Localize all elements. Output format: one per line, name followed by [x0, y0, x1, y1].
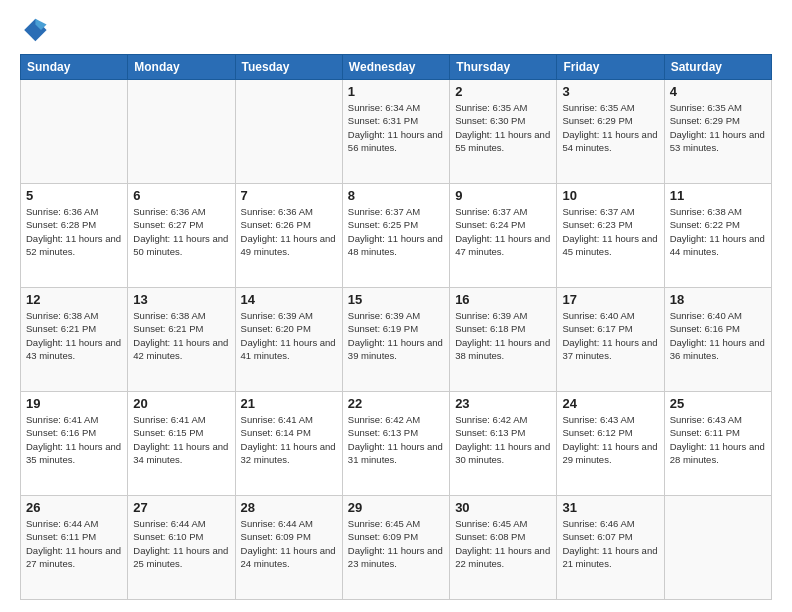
day-cell: 27Sunrise: 6:44 AM Sunset: 6:10 PM Dayli…: [128, 496, 235, 600]
week-row-2: 12Sunrise: 6:38 AM Sunset: 6:21 PM Dayli…: [21, 288, 772, 392]
day-cell: 5Sunrise: 6:36 AM Sunset: 6:28 PM Daylig…: [21, 184, 128, 288]
day-number: 1: [348, 84, 444, 99]
calendar-header: SundayMondayTuesdayWednesdayThursdayFrid…: [21, 55, 772, 80]
day-cell: 24Sunrise: 6:43 AM Sunset: 6:12 PM Dayli…: [557, 392, 664, 496]
day-info: Sunrise: 6:38 AM Sunset: 6:22 PM Dayligh…: [670, 205, 766, 258]
day-info: Sunrise: 6:41 AM Sunset: 6:16 PM Dayligh…: [26, 413, 122, 466]
day-cell: 12Sunrise: 6:38 AM Sunset: 6:21 PM Dayli…: [21, 288, 128, 392]
day-number: 14: [241, 292, 337, 307]
day-number: 15: [348, 292, 444, 307]
day-cell: 17Sunrise: 6:40 AM Sunset: 6:17 PM Dayli…: [557, 288, 664, 392]
day-number: 10: [562, 188, 658, 203]
header-cell-wednesday: Wednesday: [342, 55, 449, 80]
day-number: 16: [455, 292, 551, 307]
day-number: 28: [241, 500, 337, 515]
day-info: Sunrise: 6:45 AM Sunset: 6:09 PM Dayligh…: [348, 517, 444, 570]
day-cell: [128, 80, 235, 184]
day-number: 26: [26, 500, 122, 515]
week-row-0: 1Sunrise: 6:34 AM Sunset: 6:31 PM Daylig…: [21, 80, 772, 184]
day-info: Sunrise: 6:41 AM Sunset: 6:14 PM Dayligh…: [241, 413, 337, 466]
day-number: 18: [670, 292, 766, 307]
day-number: 24: [562, 396, 658, 411]
header-cell-friday: Friday: [557, 55, 664, 80]
header-cell-tuesday: Tuesday: [235, 55, 342, 80]
header-row: SundayMondayTuesdayWednesdayThursdayFrid…: [21, 55, 772, 80]
day-number: 19: [26, 396, 122, 411]
day-info: Sunrise: 6:40 AM Sunset: 6:17 PM Dayligh…: [562, 309, 658, 362]
day-info: Sunrise: 6:35 AM Sunset: 6:29 PM Dayligh…: [670, 101, 766, 154]
day-cell: 16Sunrise: 6:39 AM Sunset: 6:18 PM Dayli…: [450, 288, 557, 392]
day-cell: [235, 80, 342, 184]
day-number: 2: [455, 84, 551, 99]
day-cell: 1Sunrise: 6:34 AM Sunset: 6:31 PM Daylig…: [342, 80, 449, 184]
day-number: 21: [241, 396, 337, 411]
week-row-4: 26Sunrise: 6:44 AM Sunset: 6:11 PM Dayli…: [21, 496, 772, 600]
day-cell: 13Sunrise: 6:38 AM Sunset: 6:21 PM Dayli…: [128, 288, 235, 392]
day-info: Sunrise: 6:37 AM Sunset: 6:24 PM Dayligh…: [455, 205, 551, 258]
day-number: 29: [348, 500, 444, 515]
day-number: 13: [133, 292, 229, 307]
day-number: 31: [562, 500, 658, 515]
day-number: 5: [26, 188, 122, 203]
day-info: Sunrise: 6:39 AM Sunset: 6:18 PM Dayligh…: [455, 309, 551, 362]
day-cell: 7Sunrise: 6:36 AM Sunset: 6:26 PM Daylig…: [235, 184, 342, 288]
day-number: 6: [133, 188, 229, 203]
day-cell: 30Sunrise: 6:45 AM Sunset: 6:08 PM Dayli…: [450, 496, 557, 600]
day-cell: 26Sunrise: 6:44 AM Sunset: 6:11 PM Dayli…: [21, 496, 128, 600]
day-cell: 4Sunrise: 6:35 AM Sunset: 6:29 PM Daylig…: [664, 80, 771, 184]
day-cell: 2Sunrise: 6:35 AM Sunset: 6:30 PM Daylig…: [450, 80, 557, 184]
day-info: Sunrise: 6:43 AM Sunset: 6:11 PM Dayligh…: [670, 413, 766, 466]
day-number: 8: [348, 188, 444, 203]
day-info: Sunrise: 6:38 AM Sunset: 6:21 PM Dayligh…: [133, 309, 229, 362]
day-cell: 19Sunrise: 6:41 AM Sunset: 6:16 PM Dayli…: [21, 392, 128, 496]
day-info: Sunrise: 6:38 AM Sunset: 6:21 PM Dayligh…: [26, 309, 122, 362]
day-cell: 28Sunrise: 6:44 AM Sunset: 6:09 PM Dayli…: [235, 496, 342, 600]
day-cell: 15Sunrise: 6:39 AM Sunset: 6:19 PM Dayli…: [342, 288, 449, 392]
calendar-table: SundayMondayTuesdayWednesdayThursdayFrid…: [20, 54, 772, 600]
day-number: 9: [455, 188, 551, 203]
page: SundayMondayTuesdayWednesdayThursdayFrid…: [0, 0, 792, 612]
day-info: Sunrise: 6:36 AM Sunset: 6:28 PM Dayligh…: [26, 205, 122, 258]
day-number: 27: [133, 500, 229, 515]
day-cell: 3Sunrise: 6:35 AM Sunset: 6:29 PM Daylig…: [557, 80, 664, 184]
day-cell: 21Sunrise: 6:41 AM Sunset: 6:14 PM Dayli…: [235, 392, 342, 496]
day-number: 7: [241, 188, 337, 203]
day-cell: [21, 80, 128, 184]
day-cell: 29Sunrise: 6:45 AM Sunset: 6:09 PM Dayli…: [342, 496, 449, 600]
day-cell: 23Sunrise: 6:42 AM Sunset: 6:13 PM Dayli…: [450, 392, 557, 496]
day-number: 30: [455, 500, 551, 515]
day-cell: 8Sunrise: 6:37 AM Sunset: 6:25 PM Daylig…: [342, 184, 449, 288]
day-info: Sunrise: 6:36 AM Sunset: 6:27 PM Dayligh…: [133, 205, 229, 258]
day-info: Sunrise: 6:35 AM Sunset: 6:30 PM Dayligh…: [455, 101, 551, 154]
day-info: Sunrise: 6:44 AM Sunset: 6:09 PM Dayligh…: [241, 517, 337, 570]
week-row-3: 19Sunrise: 6:41 AM Sunset: 6:16 PM Dayli…: [21, 392, 772, 496]
day-info: Sunrise: 6:42 AM Sunset: 6:13 PM Dayligh…: [455, 413, 551, 466]
day-cell: 10Sunrise: 6:37 AM Sunset: 6:23 PM Dayli…: [557, 184, 664, 288]
day-info: Sunrise: 6:39 AM Sunset: 6:19 PM Dayligh…: [348, 309, 444, 362]
day-info: Sunrise: 6:37 AM Sunset: 6:25 PM Dayligh…: [348, 205, 444, 258]
day-info: Sunrise: 6:44 AM Sunset: 6:11 PM Dayligh…: [26, 517, 122, 570]
calendar-body: 1Sunrise: 6:34 AM Sunset: 6:31 PM Daylig…: [21, 80, 772, 600]
day-number: 3: [562, 84, 658, 99]
day-cell: 6Sunrise: 6:36 AM Sunset: 6:27 PM Daylig…: [128, 184, 235, 288]
day-number: 20: [133, 396, 229, 411]
day-cell: 31Sunrise: 6:46 AM Sunset: 6:07 PM Dayli…: [557, 496, 664, 600]
header-cell-monday: Monday: [128, 55, 235, 80]
day-info: Sunrise: 6:41 AM Sunset: 6:15 PM Dayligh…: [133, 413, 229, 466]
header-cell-saturday: Saturday: [664, 55, 771, 80]
day-cell: [664, 496, 771, 600]
header: [20, 16, 772, 44]
day-cell: 9Sunrise: 6:37 AM Sunset: 6:24 PM Daylig…: [450, 184, 557, 288]
day-number: 4: [670, 84, 766, 99]
day-cell: 25Sunrise: 6:43 AM Sunset: 6:11 PM Dayli…: [664, 392, 771, 496]
day-number: 22: [348, 396, 444, 411]
day-info: Sunrise: 6:34 AM Sunset: 6:31 PM Dayligh…: [348, 101, 444, 154]
day-cell: 22Sunrise: 6:42 AM Sunset: 6:13 PM Dayli…: [342, 392, 449, 496]
day-info: Sunrise: 6:39 AM Sunset: 6:20 PM Dayligh…: [241, 309, 337, 362]
header-cell-thursday: Thursday: [450, 55, 557, 80]
day-info: Sunrise: 6:37 AM Sunset: 6:23 PM Dayligh…: [562, 205, 658, 258]
day-info: Sunrise: 6:45 AM Sunset: 6:08 PM Dayligh…: [455, 517, 551, 570]
day-info: Sunrise: 6:42 AM Sunset: 6:13 PM Dayligh…: [348, 413, 444, 466]
logo: [20, 16, 50, 44]
day-info: Sunrise: 6:46 AM Sunset: 6:07 PM Dayligh…: [562, 517, 658, 570]
